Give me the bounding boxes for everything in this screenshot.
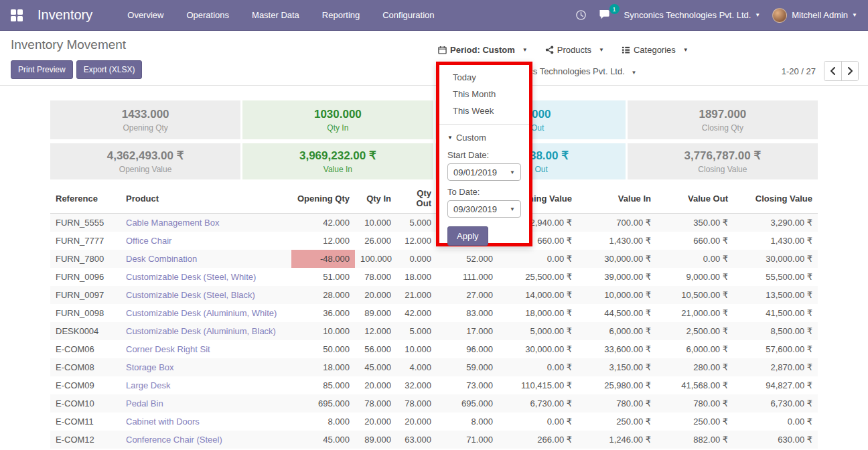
table-row: FURN_7800Desk Combination-48.000100.0000… bbox=[50, 250, 818, 268]
export-xlsx-button[interactable]: Export (XLSX) bbox=[76, 60, 143, 79]
column-header-reference: Reference bbox=[50, 185, 121, 214]
reference-cell: FURN_0096 bbox=[50, 268, 121, 286]
card-value: 1030.000 bbox=[314, 108, 362, 121]
period-filter[interactable]: Period: Custom ▼ bbox=[438, 45, 528, 55]
value-cell: 12.000 bbox=[291, 232, 355, 250]
period-option-this-month[interactable]: This Month bbox=[439, 86, 529, 102]
to-date-input[interactable]: 09/30/2019 ▼ bbox=[447, 200, 521, 218]
value-cell: 0.00 ₹ bbox=[733, 412, 818, 431]
categories-filter-label: Categories bbox=[634, 45, 676, 55]
reference-cell: E-COM09 bbox=[50, 376, 121, 394]
value-cell: 700.00 ₹ bbox=[577, 214, 656, 232]
column-header-qty-out: Qty Out bbox=[396, 185, 437, 214]
card-value: 1433.000 bbox=[122, 108, 169, 121]
card-value: 3,969,232.00 ₹ bbox=[299, 149, 376, 163]
products-filter[interactable]: Products ▼ bbox=[545, 45, 604, 55]
value-cell: 3,150.00 ₹ bbox=[577, 358, 656, 376]
table-header-row: ReferenceProductOpening QtyQty InQty Out… bbox=[50, 185, 818, 214]
value-cell: 17.000 bbox=[437, 322, 498, 340]
value-cell: 30,000.00 ₹ bbox=[577, 250, 656, 268]
card-label: Closing Value bbox=[698, 165, 747, 174]
value-cell: 83.000 bbox=[437, 304, 498, 322]
period-quick-options: TodayThis MonthThis Week bbox=[439, 65, 529, 119]
reference-cell: E-COM08 bbox=[50, 358, 121, 376]
categories-filter[interactable]: Categories ▼ bbox=[622, 45, 689, 55]
summary-card-closing-value: 3,776,787.00 ₹Closing Value bbox=[628, 143, 818, 179]
value-cell: 32.000 bbox=[396, 376, 437, 394]
product-link[interactable]: Cable Management Box bbox=[121, 214, 291, 232]
apps-grid-dot bbox=[17, 9, 23, 15]
card-value: 1897.000 bbox=[699, 108, 746, 121]
product-link[interactable]: Corner Desk Right Sit bbox=[121, 340, 291, 358]
period-filter-label: Period: Custom bbox=[450, 45, 515, 55]
nav-item-overview[interactable]: Overview bbox=[127, 10, 163, 20]
apply-button[interactable]: Apply bbox=[447, 226, 488, 246]
product-link[interactable]: Cabinet with Doors bbox=[121, 412, 291, 431]
dropdown-divider bbox=[439, 124, 529, 125]
product-link[interactable]: Customizable Desk (Aluminium, Black) bbox=[121, 322, 291, 340]
value-cell: 21,000.00 ₹ bbox=[656, 304, 733, 322]
summary-cards-qty: 1433.000Opening Qty1030.000Qty In566.000… bbox=[50, 100, 818, 139]
start-date-label: Start Date: bbox=[439, 144, 529, 163]
activity-clock-icon[interactable] bbox=[575, 9, 587, 21]
messages-icon[interactable]: 1 bbox=[599, 9, 612, 21]
value-cell: 10.000 bbox=[396, 340, 437, 358]
period-option-custom[interactable]: ▼ Custom bbox=[439, 129, 529, 144]
control-panel: Inventory Movement Print Preview Export … bbox=[0, 31, 868, 86]
table-row: FURN_0096Customizable Desk (Steel, White… bbox=[50, 268, 818, 286]
movement-table-wrap: ReferenceProductOpening QtyQty InQty Out… bbox=[50, 185, 818, 450]
period-option-today[interactable]: Today bbox=[439, 69, 529, 86]
pagination: 1-20 / 27 bbox=[782, 61, 859, 81]
start-date-input[interactable]: 09/01/2019 ▼ bbox=[447, 163, 521, 181]
product-link[interactable]: Storage Box bbox=[121, 358, 291, 376]
product-link[interactable]: Customizable Desk (Steel, Black) bbox=[121, 286, 291, 304]
value-cell: 780.00 ₹ bbox=[656, 394, 733, 412]
pagination-range: 1-20 / 27 bbox=[782, 66, 816, 76]
apps-grid-icon[interactable] bbox=[11, 9, 23, 21]
calendar-icon bbox=[438, 46, 447, 54]
value-cell: 27.000 bbox=[437, 286, 498, 304]
next-page-button[interactable] bbox=[841, 62, 858, 80]
product-link[interactable]: Office Chair bbox=[121, 232, 291, 250]
print-preview-button[interactable]: Print Preview bbox=[11, 60, 73, 79]
pager-buttons bbox=[824, 61, 859, 81]
product-link[interactable]: Desk Combination bbox=[121, 250, 291, 268]
company-menu[interactable]: Synconics Technologies Pvt. Ltd. ▼ bbox=[624, 10, 761, 20]
card-label: Opening Qty bbox=[123, 123, 167, 133]
value-cell: 45.000 bbox=[355, 358, 396, 376]
nav-item-master-data[interactable]: Master Data bbox=[252, 10, 299, 20]
product-link[interactable]: Conference Chair (Steel) bbox=[121, 431, 291, 449]
value-cell: 41,500.00 ₹ bbox=[733, 304, 818, 322]
product-link[interactable]: Customizable Desk (Steel, White) bbox=[121, 268, 291, 286]
value-cell: 280.00 ₹ bbox=[656, 358, 733, 376]
value-cell: 8.000 bbox=[437, 412, 498, 431]
value-cell: 57,600.00 ₹ bbox=[733, 340, 818, 358]
value-cell: 1,246.00 ₹ bbox=[577, 431, 656, 449]
value-cell: 51.000 bbox=[291, 268, 355, 286]
nav-item-reporting[interactable]: Reporting bbox=[322, 10, 360, 20]
value-cell: 41,568.00 ₹ bbox=[656, 376, 733, 394]
value-cell: 20.000 bbox=[396, 412, 437, 431]
combobox-caret-icon: ▼ bbox=[510, 206, 515, 212]
nav-item-configuration[interactable]: Configuration bbox=[382, 10, 434, 20]
period-option-this-week[interactable]: This Week bbox=[439, 102, 529, 119]
value-cell: 45.000 bbox=[291, 431, 355, 449]
value-cell: 63.000 bbox=[396, 431, 437, 449]
product-link[interactable]: Customizable Desk (Aluminium, White) bbox=[121, 304, 291, 322]
reference-cell: FURN_5555 bbox=[50, 214, 121, 232]
avatar bbox=[772, 8, 787, 23]
product-link[interactable]: Large Desk bbox=[121, 376, 291, 394]
value-cell: 85.000 bbox=[291, 376, 355, 394]
nav-item-operations[interactable]: Operations bbox=[186, 10, 229, 20]
app-title[interactable]: Inventory bbox=[38, 7, 92, 23]
value-cell: 250.00 ₹ bbox=[656, 412, 733, 431]
value-cell: -48.000 bbox=[291, 250, 355, 268]
value-cell: 695.000 bbox=[437, 394, 498, 412]
value-cell: 1,430.00 ₹ bbox=[577, 232, 656, 250]
table-row: FURN_7777Office Chair12.00026.00012.0002… bbox=[50, 232, 818, 250]
user-menu[interactable]: Mitchell Admin ▼ bbox=[772, 8, 857, 23]
table-row: FURN_0097Customizable Desk (Steel, Black… bbox=[50, 286, 818, 304]
product-link[interactable]: Pedal Bin bbox=[121, 394, 291, 412]
previous-page-button[interactable] bbox=[824, 62, 841, 80]
value-cell: 18.000 bbox=[291, 358, 355, 376]
